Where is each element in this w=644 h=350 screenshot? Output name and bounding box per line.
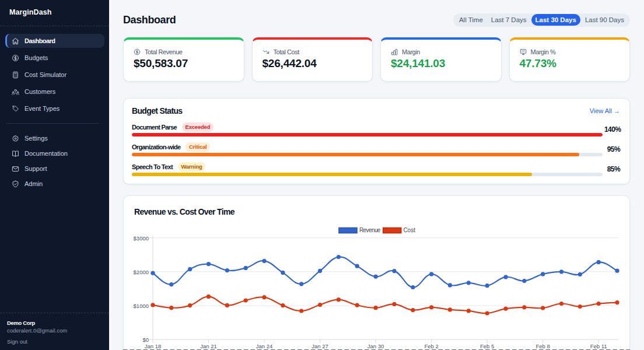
svg-text:Revenue: Revenue [359, 227, 381, 233]
svg-text:Jan 24: Jan 24 [256, 343, 273, 349]
svg-text:$3000: $3000 [134, 235, 149, 242]
svg-text:$0: $0 [142, 337, 149, 343]
svg-text:Feb 8: Feb 8 [536, 343, 550, 349]
svg-text:$2000: $2000 [134, 269, 149, 275]
svg-text:Feb 2: Feb 2 [424, 343, 438, 349]
svg-text:Jan 18: Jan 18 [145, 343, 162, 349]
svg-text:Feb 11: Feb 11 [590, 343, 607, 349]
svg-text:Jan 30: Jan 30 [368, 343, 384, 349]
svg-text:Cost: Cost [403, 227, 415, 233]
svg-text:Jan 27: Jan 27 [312, 343, 328, 349]
svg-text:Feb 5: Feb 5 [480, 343, 494, 349]
svg-text:Jan 21: Jan 21 [200, 343, 217, 349]
svg-text:$1000: $1000 [134, 303, 149, 309]
